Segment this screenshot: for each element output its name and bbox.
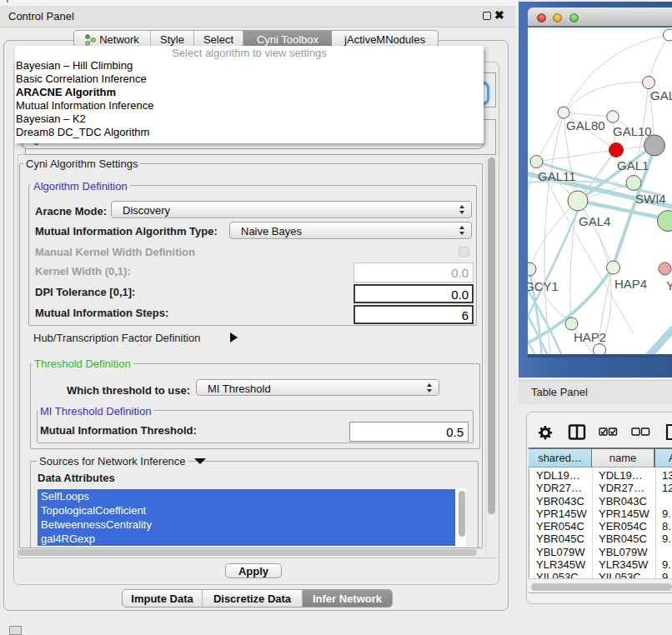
svg-text:GAL4: GAL4: [579, 214, 610, 228]
svg-text:GAL80: GAL80: [566, 118, 605, 132]
svg-text:GAL11: GAL11: [538, 169, 576, 183]
svg-text:GAL10: GAL10: [613, 124, 652, 138]
svg-text:GAL1: GAL1: [617, 158, 649, 172]
svg-text:GCY1: GCY1: [528, 279, 559, 293]
svg-text:SWI4: SWI4: [635, 192, 666, 206]
svg-text:Y: Y: [666, 278, 672, 292]
svg-text:GAL: GAL: [650, 88, 672, 102]
svg-text:HAP2: HAP2: [574, 330, 606, 344]
svg-text:HAP4: HAP4: [614, 277, 647, 291]
